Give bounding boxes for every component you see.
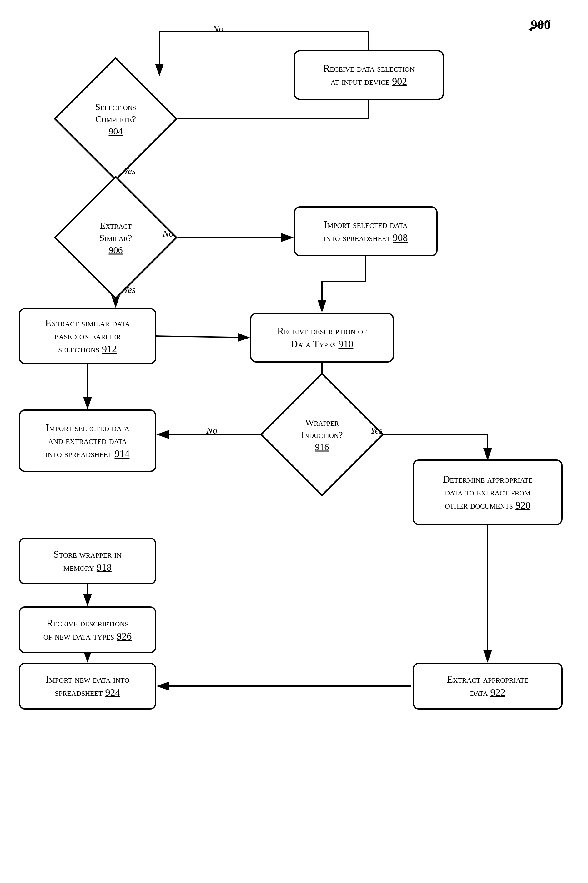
svg-line-17 (156, 336, 249, 337)
diamond-904-wrapper: SelectionsComplete? 904 (72, 75, 159, 162)
box-910: Receive description ofData Types 910 (250, 313, 394, 363)
diamond-906-wrapper: Extract Similar? 906 (72, 194, 159, 281)
box-922-label: Extract appropriatedata (447, 673, 528, 698)
box-908-num: 908 (393, 232, 408, 243)
label-no-916: No (206, 425, 217, 436)
box-926-label: Receive descriptionsof new data types (44, 617, 129, 642)
box-920-num: 920 (516, 499, 531, 511)
box-918: Store wrapper inmemory 918 (19, 538, 156, 585)
diamond-916-wrapper: WrapperInduction? 916 (278, 391, 366, 478)
box-914: Import selected dataand extracted datain… (19, 409, 156, 472)
flowchart-diagram: 900 (0, 0, 588, 883)
box-926: Receive descriptionsof new data types 92… (19, 606, 156, 653)
box-902: Receive data selectionat input device 90… (294, 50, 444, 100)
label-yes-904: Yes (123, 166, 136, 176)
box-924: Import new data intospreadsheet 924 (19, 663, 156, 709)
box-912-num: 912 (102, 343, 117, 354)
svg-line-8 (159, 75, 294, 119)
box-918-num: 918 (97, 562, 112, 573)
label-no-top: No (213, 24, 224, 34)
diamond-906-label: Extract Similar? 906 (84, 219, 147, 256)
box-908: Import selected datainto spreadsheet 908 (294, 206, 438, 256)
diamond-904-label: SelectionsComplete? 904 (84, 100, 147, 137)
box-902-num: 902 (392, 76, 407, 87)
box-912: Extract similar databased on earliersele… (19, 308, 156, 364)
box-922-num: 922 (490, 687, 505, 698)
box-914-num: 914 (114, 448, 129, 459)
ref-arrow-icon (522, 16, 560, 34)
label-yes-916: Yes (370, 425, 382, 436)
box-920: Determine appropriatedata to extract fro… (412, 459, 562, 525)
box-924-num: 924 (105, 687, 120, 698)
diamond-916-label: WrapperInduction? 916 (291, 416, 353, 453)
box-922: Extract appropriatedata 922 (412, 663, 562, 709)
box-910-num: 910 (338, 338, 353, 349)
label-yes-906: Yes (123, 285, 136, 295)
label-no-906: No (162, 228, 174, 239)
box-926-num: 926 (117, 630, 132, 642)
box-912-label: Extract similar databased on earliersele… (45, 317, 130, 354)
